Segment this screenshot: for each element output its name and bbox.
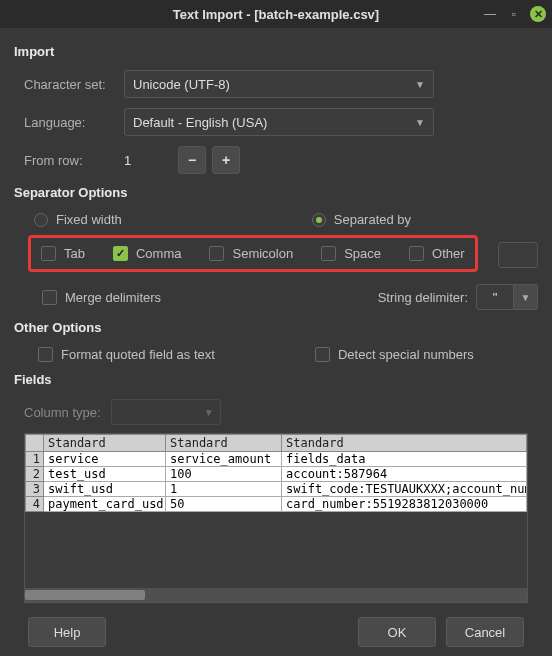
separator-row-2: Merge delimiters String delimiter: " ▼	[42, 284, 538, 310]
section-fields: Fields	[14, 372, 538, 387]
comma-label: Comma	[136, 246, 182, 261]
table-row[interactable]: 4payment_card_usd50card_number:551928381…	[26, 497, 527, 512]
quoted-field-label: Format quoted field as text	[61, 347, 215, 362]
other-options-row: Format quoted field as text Detect speci…	[38, 347, 538, 362]
radio-separated-by[interactable]: Separated by	[312, 212, 411, 227]
dialog-footer: Help OK Cancel	[14, 603, 538, 656]
row-number: 3	[26, 482, 44, 497]
close-icon[interactable]: ✕	[530, 6, 546, 22]
checkbox-icon	[42, 290, 57, 305]
merge-delimiters-label: Merge delimiters	[65, 290, 161, 305]
string-delimiter-group: String delimiter: " ▼	[378, 284, 538, 310]
preview-empty-area	[25, 512, 527, 588]
checkbox-icon	[38, 347, 53, 362]
checkbox-icon	[409, 246, 424, 261]
check-detect-numbers[interactable]: Detect special numbers	[315, 347, 474, 362]
string-delimiter-label: String delimiter:	[378, 290, 468, 305]
table-cell[interactable]: payment_card_usd	[44, 497, 166, 512]
ok-button[interactable]: OK	[358, 617, 436, 647]
table-cell[interactable]: swift_code:TESTUAUKXXX;account_number	[282, 482, 527, 497]
separator-mode-row: Fixed width Separated by	[34, 212, 538, 227]
horizontal-scrollbar[interactable]	[25, 588, 527, 602]
row-number: 2	[26, 467, 44, 482]
table-cell[interactable]: service_amount	[166, 452, 282, 467]
chevron-down-icon: ▼	[415, 79, 425, 90]
checkbox-icon: ✓	[113, 246, 128, 261]
row-number: 4	[26, 497, 44, 512]
dialog-window: Text Import - [batch-example.csv] — ▫ ✕ …	[0, 0, 552, 656]
section-other: Other Options	[14, 320, 538, 335]
chevron-down-icon: ▼	[204, 407, 214, 418]
fixed-width-label: Fixed width	[56, 212, 122, 227]
checkbox-icon	[209, 246, 224, 261]
preview-table[interactable]: Standard Standard Standard 1serviceservi…	[25, 434, 527, 512]
charset-value: Unicode (UTF-8)	[133, 77, 230, 92]
fromrow-increment[interactable]: +	[212, 146, 240, 174]
charset-label: Character set:	[24, 77, 124, 92]
fromrow-decrement[interactable]: −	[178, 146, 206, 174]
semicolon-label: Semicolon	[232, 246, 293, 261]
table-row[interactable]: 2test_usd100account:587964	[26, 467, 527, 482]
help-button[interactable]: Help	[28, 617, 106, 647]
table-row[interactable]: 1serviceservice_amountfields_data	[26, 452, 527, 467]
fromrow-label: From row:	[24, 153, 124, 168]
dialog-content: Import Character set: Unicode (UTF-8) ▼ …	[0, 28, 552, 656]
window-title: Text Import - [batch-example.csv]	[173, 7, 379, 22]
check-comma[interactable]: ✓ Comma	[113, 246, 182, 261]
section-separator: Separator Options	[14, 185, 538, 200]
row-charset: Character set: Unicode (UTF-8) ▼	[24, 69, 538, 99]
checkbox-icon	[321, 246, 336, 261]
row-fromrow: From row: 1 − +	[24, 145, 538, 175]
check-merge-delimiters[interactable]: Merge delimiters	[42, 290, 161, 305]
table-cell[interactable]: card_number:5519283812030000	[282, 497, 527, 512]
detect-numbers-label: Detect special numbers	[338, 347, 474, 362]
corner-cell	[26, 435, 44, 452]
language-combo[interactable]: Default - English (USA) ▼	[124, 108, 434, 136]
scrollbar-thumb[interactable]	[25, 590, 145, 600]
window-controls: — ▫ ✕	[482, 6, 546, 22]
fromrow-spinner: 1 − +	[124, 146, 240, 174]
table-cell[interactable]: test_usd	[44, 467, 166, 482]
check-tab[interactable]: Tab	[41, 246, 85, 261]
data-preview: Standard Standard Standard 1serviceservi…	[24, 433, 528, 603]
check-semicolon[interactable]: Semicolon	[209, 246, 293, 261]
string-delimiter-value[interactable]: "	[476, 284, 514, 310]
table-header-row: Standard Standard Standard	[26, 435, 527, 452]
check-quoted-field[interactable]: Format quoted field as text	[38, 347, 215, 362]
table-cell[interactable]: 50	[166, 497, 282, 512]
column-type-row: Column type: ▼	[24, 399, 538, 425]
radio-fixed-width[interactable]: Fixed width	[34, 212, 122, 227]
other-label: Other	[432, 246, 465, 261]
radio-icon	[34, 213, 48, 227]
language-label: Language:	[24, 115, 124, 130]
fromrow-value: 1	[124, 153, 172, 168]
checkbox-icon	[315, 347, 330, 362]
cancel-button[interactable]: Cancel	[446, 617, 524, 647]
col-header[interactable]: Standard	[282, 435, 527, 452]
table-cell[interactable]: 100	[166, 467, 282, 482]
other-separator-input[interactable]	[498, 242, 538, 268]
maximize-icon[interactable]: ▫	[506, 6, 522, 22]
table-row[interactable]: 3swift_usd1swift_code:TESTUAUKXXX;accoun…	[26, 482, 527, 497]
column-type-combo[interactable]: ▼	[111, 399, 221, 425]
chevron-down-icon: ▼	[415, 117, 425, 128]
radio-icon	[312, 213, 326, 227]
string-delimiter-dropdown[interactable]: ▼	[514, 284, 538, 310]
table-cell[interactable]: service	[44, 452, 166, 467]
minimize-icon[interactable]: —	[482, 6, 498, 22]
table-cell[interactable]: swift_usd	[44, 482, 166, 497]
fields-block: Column type: ▼ Standard Standard	[14, 393, 538, 603]
row-language: Language: Default - English (USA) ▼	[24, 107, 538, 137]
column-type-label: Column type:	[24, 405, 101, 420]
col-header[interactable]: Standard	[166, 435, 282, 452]
check-other[interactable]: Other	[409, 246, 465, 261]
table-cell[interactable]: account:587964	[282, 467, 527, 482]
space-label: Space	[344, 246, 381, 261]
col-header[interactable]: Standard	[44, 435, 166, 452]
check-space[interactable]: Space	[321, 246, 381, 261]
table-cell[interactable]: fields_data	[282, 452, 527, 467]
section-import: Import	[14, 44, 538, 59]
table-cell[interactable]: 1	[166, 482, 282, 497]
checkbox-icon	[41, 246, 56, 261]
charset-combo[interactable]: Unicode (UTF-8) ▼	[124, 70, 434, 98]
